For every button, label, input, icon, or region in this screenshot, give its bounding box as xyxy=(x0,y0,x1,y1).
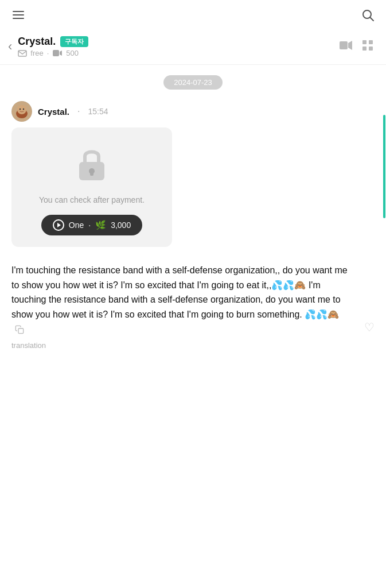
meta-free-label: free xyxy=(30,49,43,57)
locked-card: You can check after payment. One · 🌿 3,0… xyxy=(11,127,172,247)
avatar xyxy=(11,101,32,122)
svg-rect-8 xyxy=(340,41,348,49)
header-title-line: Crystal. 구독자 xyxy=(18,36,88,48)
subscriber-badge: 구독자 xyxy=(60,36,88,47)
text-message: I'm touching the resistance band with a … xyxy=(11,263,375,336)
svg-marker-7 xyxy=(60,51,62,56)
buy-label: One xyxy=(69,220,84,230)
svg-rect-5 xyxy=(18,51,26,56)
svg-point-16 xyxy=(17,105,26,114)
svg-point-18 xyxy=(23,109,24,110)
message-time: 15:54 xyxy=(88,107,108,116)
header-title-block: Crystal. 구독자 free · xyxy=(18,36,88,57)
dot-separator: · xyxy=(77,106,80,117)
svg-rect-12 xyxy=(362,47,366,51)
message-sender-row: Crystal. · 15:54 xyxy=(11,101,375,122)
scrollbar-track[interactable] xyxy=(383,0,386,588)
play-icon xyxy=(53,219,64,231)
copy-icon[interactable] xyxy=(15,325,24,334)
video-icon xyxy=(52,49,63,57)
header-right xyxy=(339,38,375,55)
heart-icon[interactable]: ♡ xyxy=(364,318,375,336)
locked-text: You can check after payment. xyxy=(39,195,145,204)
hamburger-icon[interactable] xyxy=(11,8,25,24)
svg-rect-13 xyxy=(369,47,373,51)
date-divider: 2024-07-23 xyxy=(0,65,386,95)
svg-rect-10 xyxy=(362,40,366,44)
leaf-icon: 🌿 xyxy=(95,220,106,230)
header-left: ‹ Crystal. 구독자 free · xyxy=(8,36,88,57)
svg-point-17 xyxy=(20,109,21,110)
svg-line-4 xyxy=(371,18,374,21)
svg-marker-9 xyxy=(348,41,352,50)
meta-video-count: 500 xyxy=(66,49,79,57)
buy-button[interactable]: One · 🌿 3,000 xyxy=(41,215,142,235)
svg-rect-6 xyxy=(53,50,59,56)
scrollbar-thumb xyxy=(383,115,385,218)
search-icon[interactable] xyxy=(361,8,375,24)
back-button[interactable]: ‹ xyxy=(8,39,12,54)
grid-icon[interactable] xyxy=(361,38,375,55)
date-pill: 2024-07-23 xyxy=(163,75,223,90)
header-meta: free · 500 xyxy=(18,49,88,57)
top-bar xyxy=(0,0,386,32)
meta-dot: · xyxy=(47,49,49,57)
svg-rect-21 xyxy=(90,171,93,176)
svg-rect-22 xyxy=(18,328,24,334)
header-row: ‹ Crystal. 구독자 free · xyxy=(0,32,386,65)
svg-rect-11 xyxy=(369,40,373,44)
video-call-icon[interactable] xyxy=(339,38,353,55)
price-value: 3,000 xyxy=(111,220,131,230)
lock-icon xyxy=(75,145,109,187)
page-wrapper: ‹ Crystal. 구독자 free · xyxy=(0,0,386,588)
price-dot: · xyxy=(88,220,91,230)
message-text: I'm touching the resistance band with a … xyxy=(11,265,348,319)
chat-area: Crystal. · 15:54 You can check after pay… xyxy=(0,95,386,361)
channel-name: Crystal. xyxy=(18,36,56,48)
translation-label: translation xyxy=(11,341,375,350)
mail-icon xyxy=(18,50,27,57)
sender-name: Crystal. xyxy=(38,107,69,117)
